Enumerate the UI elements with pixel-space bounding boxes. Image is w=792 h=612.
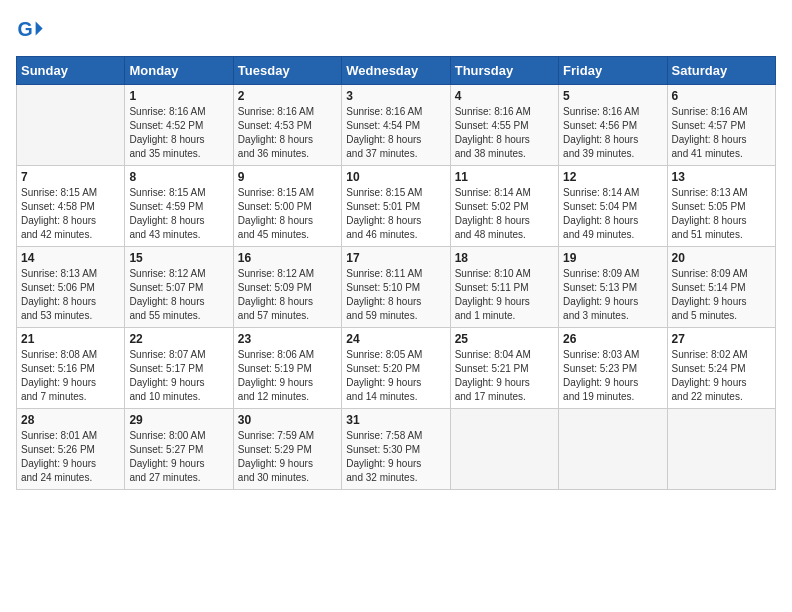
day-number: 28 bbox=[21, 413, 120, 427]
day-info: Sunrise: 8:08 AM Sunset: 5:16 PM Dayligh… bbox=[21, 348, 120, 404]
day-info: Sunrise: 8:16 AM Sunset: 4:56 PM Dayligh… bbox=[563, 105, 662, 161]
day-cell: 4Sunrise: 8:16 AM Sunset: 4:55 PM Daylig… bbox=[450, 85, 558, 166]
day-info: Sunrise: 8:14 AM Sunset: 5:02 PM Dayligh… bbox=[455, 186, 554, 242]
day-number: 30 bbox=[238, 413, 337, 427]
day-cell bbox=[559, 409, 667, 490]
calendar-table: SundayMondayTuesdayWednesdayThursdayFrid… bbox=[16, 56, 776, 490]
day-cell: 25Sunrise: 8:04 AM Sunset: 5:21 PM Dayli… bbox=[450, 328, 558, 409]
day-info: Sunrise: 8:05 AM Sunset: 5:20 PM Dayligh… bbox=[346, 348, 445, 404]
day-info: Sunrise: 8:09 AM Sunset: 5:14 PM Dayligh… bbox=[672, 267, 771, 323]
day-number: 23 bbox=[238, 332, 337, 346]
day-number: 9 bbox=[238, 170, 337, 184]
day-info: Sunrise: 8:02 AM Sunset: 5:24 PM Dayligh… bbox=[672, 348, 771, 404]
day-number: 11 bbox=[455, 170, 554, 184]
day-number: 4 bbox=[455, 89, 554, 103]
weekday-header-wednesday: Wednesday bbox=[342, 57, 450, 85]
weekday-header-friday: Friday bbox=[559, 57, 667, 85]
day-cell: 11Sunrise: 8:14 AM Sunset: 5:02 PM Dayli… bbox=[450, 166, 558, 247]
day-number: 24 bbox=[346, 332, 445, 346]
day-number: 31 bbox=[346, 413, 445, 427]
day-cell: 23Sunrise: 8:06 AM Sunset: 5:19 PM Dayli… bbox=[233, 328, 341, 409]
day-number: 21 bbox=[21, 332, 120, 346]
day-info: Sunrise: 8:01 AM Sunset: 5:26 PM Dayligh… bbox=[21, 429, 120, 485]
day-info: Sunrise: 8:15 AM Sunset: 4:59 PM Dayligh… bbox=[129, 186, 228, 242]
day-cell: 1Sunrise: 8:16 AM Sunset: 4:52 PM Daylig… bbox=[125, 85, 233, 166]
weekday-header-monday: Monday bbox=[125, 57, 233, 85]
day-info: Sunrise: 8:16 AM Sunset: 4:53 PM Dayligh… bbox=[238, 105, 337, 161]
day-number: 8 bbox=[129, 170, 228, 184]
day-cell: 20Sunrise: 8:09 AM Sunset: 5:14 PM Dayli… bbox=[667, 247, 775, 328]
weekday-header-sunday: Sunday bbox=[17, 57, 125, 85]
day-number: 22 bbox=[129, 332, 228, 346]
day-cell: 29Sunrise: 8:00 AM Sunset: 5:27 PM Dayli… bbox=[125, 409, 233, 490]
day-info: Sunrise: 8:15 AM Sunset: 5:00 PM Dayligh… bbox=[238, 186, 337, 242]
logo: G bbox=[16, 16, 46, 44]
day-cell: 2Sunrise: 8:16 AM Sunset: 4:53 PM Daylig… bbox=[233, 85, 341, 166]
day-cell: 21Sunrise: 8:08 AM Sunset: 5:16 PM Dayli… bbox=[17, 328, 125, 409]
day-number: 16 bbox=[238, 251, 337, 265]
day-number: 6 bbox=[672, 89, 771, 103]
day-number: 14 bbox=[21, 251, 120, 265]
day-cell: 9Sunrise: 8:15 AM Sunset: 5:00 PM Daylig… bbox=[233, 166, 341, 247]
day-info: Sunrise: 8:16 AM Sunset: 4:57 PM Dayligh… bbox=[672, 105, 771, 161]
day-number: 19 bbox=[563, 251, 662, 265]
day-info: Sunrise: 8:04 AM Sunset: 5:21 PM Dayligh… bbox=[455, 348, 554, 404]
day-info: Sunrise: 8:07 AM Sunset: 5:17 PM Dayligh… bbox=[129, 348, 228, 404]
day-number: 29 bbox=[129, 413, 228, 427]
day-info: Sunrise: 8:03 AM Sunset: 5:23 PM Dayligh… bbox=[563, 348, 662, 404]
day-cell: 8Sunrise: 8:15 AM Sunset: 4:59 PM Daylig… bbox=[125, 166, 233, 247]
day-cell: 27Sunrise: 8:02 AM Sunset: 5:24 PM Dayli… bbox=[667, 328, 775, 409]
day-cell bbox=[667, 409, 775, 490]
day-info: Sunrise: 8:15 AM Sunset: 5:01 PM Dayligh… bbox=[346, 186, 445, 242]
day-info: Sunrise: 8:13 AM Sunset: 5:06 PM Dayligh… bbox=[21, 267, 120, 323]
day-number: 7 bbox=[21, 170, 120, 184]
day-cell: 17Sunrise: 8:11 AM Sunset: 5:10 PM Dayli… bbox=[342, 247, 450, 328]
day-cell: 16Sunrise: 8:12 AM Sunset: 5:09 PM Dayli… bbox=[233, 247, 341, 328]
day-number: 20 bbox=[672, 251, 771, 265]
day-info: Sunrise: 8:14 AM Sunset: 5:04 PM Dayligh… bbox=[563, 186, 662, 242]
day-cell: 7Sunrise: 8:15 AM Sunset: 4:58 PM Daylig… bbox=[17, 166, 125, 247]
day-number: 15 bbox=[129, 251, 228, 265]
weekday-header-thursday: Thursday bbox=[450, 57, 558, 85]
svg-text:G: G bbox=[17, 18, 32, 40]
day-cell: 13Sunrise: 8:13 AM Sunset: 5:05 PM Dayli… bbox=[667, 166, 775, 247]
week-row-1: 1Sunrise: 8:16 AM Sunset: 4:52 PM Daylig… bbox=[17, 85, 776, 166]
day-number: 18 bbox=[455, 251, 554, 265]
week-row-5: 28Sunrise: 8:01 AM Sunset: 5:26 PM Dayli… bbox=[17, 409, 776, 490]
day-info: Sunrise: 8:12 AM Sunset: 5:07 PM Dayligh… bbox=[129, 267, 228, 323]
day-number: 1 bbox=[129, 89, 228, 103]
calendar-body: 1Sunrise: 8:16 AM Sunset: 4:52 PM Daylig… bbox=[17, 85, 776, 490]
day-number: 13 bbox=[672, 170, 771, 184]
day-info: Sunrise: 8:10 AM Sunset: 5:11 PM Dayligh… bbox=[455, 267, 554, 323]
day-info: Sunrise: 8:16 AM Sunset: 4:54 PM Dayligh… bbox=[346, 105, 445, 161]
week-row-2: 7Sunrise: 8:15 AM Sunset: 4:58 PM Daylig… bbox=[17, 166, 776, 247]
day-number: 17 bbox=[346, 251, 445, 265]
week-row-4: 21Sunrise: 8:08 AM Sunset: 5:16 PM Dayli… bbox=[17, 328, 776, 409]
day-info: Sunrise: 8:12 AM Sunset: 5:09 PM Dayligh… bbox=[238, 267, 337, 323]
day-info: Sunrise: 8:15 AM Sunset: 4:58 PM Dayligh… bbox=[21, 186, 120, 242]
day-cell: 12Sunrise: 8:14 AM Sunset: 5:04 PM Dayli… bbox=[559, 166, 667, 247]
day-cell: 14Sunrise: 8:13 AM Sunset: 5:06 PM Dayli… bbox=[17, 247, 125, 328]
day-number: 5 bbox=[563, 89, 662, 103]
day-cell: 19Sunrise: 8:09 AM Sunset: 5:13 PM Dayli… bbox=[559, 247, 667, 328]
day-cell: 6Sunrise: 8:16 AM Sunset: 4:57 PM Daylig… bbox=[667, 85, 775, 166]
day-info: Sunrise: 8:16 AM Sunset: 4:55 PM Dayligh… bbox=[455, 105, 554, 161]
weekday-header-tuesday: Tuesday bbox=[233, 57, 341, 85]
page-header: G bbox=[16, 16, 776, 44]
day-cell bbox=[17, 85, 125, 166]
day-info: Sunrise: 8:13 AM Sunset: 5:05 PM Dayligh… bbox=[672, 186, 771, 242]
day-cell: 18Sunrise: 8:10 AM Sunset: 5:11 PM Dayli… bbox=[450, 247, 558, 328]
day-cell: 24Sunrise: 8:05 AM Sunset: 5:20 PM Dayli… bbox=[342, 328, 450, 409]
day-info: Sunrise: 7:58 AM Sunset: 5:30 PM Dayligh… bbox=[346, 429, 445, 485]
day-info: Sunrise: 8:16 AM Sunset: 4:52 PM Dayligh… bbox=[129, 105, 228, 161]
day-info: Sunrise: 8:00 AM Sunset: 5:27 PM Dayligh… bbox=[129, 429, 228, 485]
day-cell: 5Sunrise: 8:16 AM Sunset: 4:56 PM Daylig… bbox=[559, 85, 667, 166]
day-cell: 15Sunrise: 8:12 AM Sunset: 5:07 PM Dayli… bbox=[125, 247, 233, 328]
day-number: 10 bbox=[346, 170, 445, 184]
week-row-3: 14Sunrise: 8:13 AM Sunset: 5:06 PM Dayli… bbox=[17, 247, 776, 328]
day-cell: 30Sunrise: 7:59 AM Sunset: 5:29 PM Dayli… bbox=[233, 409, 341, 490]
weekday-row: SundayMondayTuesdayWednesdayThursdayFrid… bbox=[17, 57, 776, 85]
weekday-header-saturday: Saturday bbox=[667, 57, 775, 85]
day-info: Sunrise: 8:11 AM Sunset: 5:10 PM Dayligh… bbox=[346, 267, 445, 323]
calendar-header: SundayMondayTuesdayWednesdayThursdayFrid… bbox=[17, 57, 776, 85]
